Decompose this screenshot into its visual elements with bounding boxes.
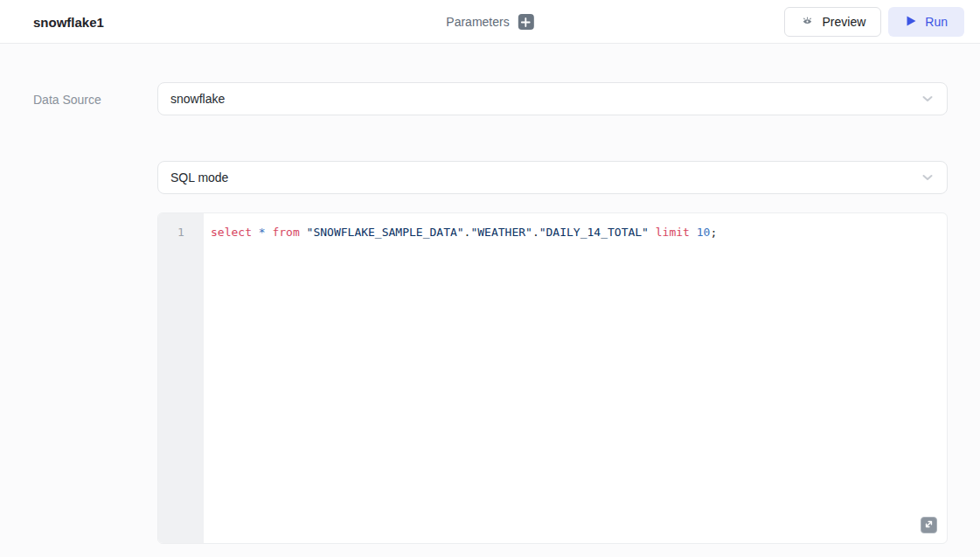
- add-parameter-button[interactable]: [518, 14, 534, 30]
- eye-icon: [800, 14, 815, 31]
- data-source-value: snowflake: [170, 92, 225, 106]
- run-button-label: Run: [925, 15, 948, 29]
- sql-token: "WEATHER": [470, 226, 532, 239]
- editor-code-area[interactable]: select * from "SNOWFLAKE_SAMPLE_DATA"."W…: [204, 213, 947, 543]
- query-mode-value: SQL mode: [170, 171, 228, 185]
- parameters-label: Parameters: [446, 15, 509, 29]
- sql-token: *: [259, 226, 266, 239]
- chevron-down-icon: [921, 171, 935, 185]
- sql-token: "DAILY_14_TOTAL": [539, 226, 649, 239]
- run-button[interactable]: Run: [888, 7, 964, 37]
- plus-icon: [521, 17, 531, 27]
- topbar-actions: Preview Run: [784, 7, 964, 37]
- sql-token: limit: [656, 226, 690, 239]
- query-mode-select[interactable]: SQL mode: [157, 161, 948, 194]
- data-source-select[interactable]: snowflake: [157, 82, 948, 115]
- editor-gutter: 1: [158, 213, 204, 543]
- topbar: snowflake1 Parameters Preview Run: [0, 0, 980, 44]
- query-title: snowflake1: [33, 0, 104, 44]
- preview-button-label: Preview: [823, 15, 866, 29]
- sql-token: [300, 226, 307, 239]
- sql-token: [690, 226, 697, 239]
- expand-icon: [924, 519, 934, 532]
- sql-token: .: [532, 226, 539, 239]
- sql-token: ;: [710, 226, 717, 239]
- preview-button[interactable]: Preview: [784, 7, 882, 37]
- expand-editor-button[interactable]: [921, 517, 937, 533]
- sql-token: 10: [697, 226, 711, 239]
- sql-token: [252, 226, 259, 239]
- data-source-label: Data Source: [33, 93, 101, 107]
- sql-token: from: [272, 226, 299, 239]
- line-number: 1: [158, 225, 204, 240]
- sql-token: [649, 226, 656, 239]
- sql-editor[interactable]: 1 select * from "SNOWFLAKE_SAMPLE_DATA".…: [157, 212, 948, 544]
- sql-token: "SNOWFLAKE_SAMPLE_DATA": [307, 226, 464, 239]
- play-icon: [905, 15, 917, 30]
- parameters-section: Parameters: [446, 0, 533, 44]
- chevron-down-icon: [921, 92, 935, 106]
- sql-token: select: [211, 226, 252, 239]
